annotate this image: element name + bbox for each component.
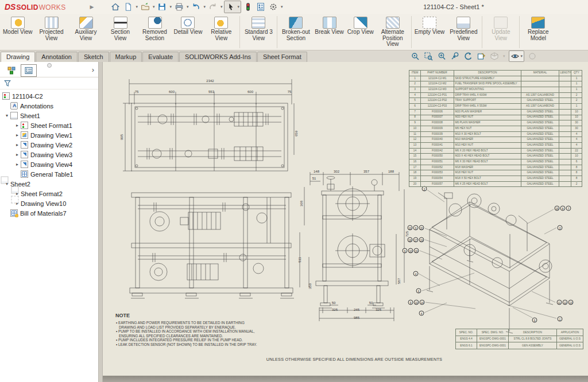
bom-row[interactable]: 8 F000007 M20 HEX NUT GALVANIZED STEEL 1… [409, 115, 582, 120]
expand-arrow[interactable]: ▸ [14, 132, 20, 138]
home-icon[interactable] [110, 1, 121, 13]
ribbon-button[interactable]: Broken-out Section [278, 15, 313, 49]
tree-item-root[interactable]: 121104-C2 [0, 91, 98, 101]
hide-show-items-eye-icon[interactable] [510, 51, 520, 61]
tree-item-drawing-view10[interactable]: ▸ Drawing View10 [0, 198, 98, 208]
bom-row[interactable]: 20 F000057 M6 X 25 HEX HEAD BOLT GALVANI… [409, 181, 582, 187]
panel-splitter[interactable] [99, 62, 103, 382]
command-tab[interactable]: Evaluate [142, 52, 179, 62]
command-tab[interactable]: Drawing [1, 52, 35, 62]
save-icon[interactable] [156, 1, 168, 13]
command-tab[interactable]: SOLIDWORKS Add-Ins [179, 52, 257, 62]
bom-row[interactable]: 12 F000040 M10 WASHER GALVANIZED STEEL 4 [409, 137, 582, 143]
bom-row[interactable]: 6 121104-C2-P03 DRIP TRAY-845L X 553W AS… [409, 104, 582, 110]
document-properties-icon[interactable] [255, 1, 266, 13]
ribbon-button[interactable]: Removed Section [138, 15, 172, 42]
bom-row[interactable]: 4 121104-C2-P01 DRIP TRAY-845L X 600W AS… [409, 92, 582, 98]
options-gear-icon[interactable] [268, 1, 279, 13]
select-dropdown-caret[interactable]: ▾ [237, 5, 239, 9]
display-manager-icon[interactable] [21, 64, 37, 77]
new-dropdown-caret[interactable]: ▾ [136, 5, 138, 9]
spec-table[interactable]: SPEC. NO.SPEC. DWG. NO.DESCRIPTIONAPPLIC… [455, 329, 583, 349]
open-icon[interactable] [140, 1, 151, 13]
ribbon-button[interactable]: Crop View [346, 15, 376, 49]
redo-icon[interactable] [207, 1, 219, 13]
bom-row[interactable]: 1 121104-C2-M1 SKID STRUCTURE ASSEMBLY 1 [409, 76, 582, 81]
zoom-to-fit-icon[interactable] [410, 51, 420, 61]
tree-item-sheet-format1[interactable]: ▸ Sheet Format1 [0, 120, 98, 130]
options-dropdown-caret[interactable]: ▾ [281, 5, 283, 9]
tree-item-sheet1[interactable]: ▾ Sheet1 [0, 111, 98, 120]
feature-manager-tree-icon[interactable] [3, 64, 20, 77]
previous-view-icon[interactable] [463, 51, 473, 61]
ribbon-button[interactable]: Detail View [172, 15, 204, 42]
bom-row[interactable]: 9 F000008 M6 PLAIN WASHER GALVANIZED STE… [409, 120, 582, 126]
expand-arrow[interactable]: ▸ [14, 162, 20, 167]
hide-show-items-caret[interactable]: ▾ [521, 54, 523, 59]
ribbon-button[interactable]: Standard 3 View [241, 15, 276, 42]
undo-icon[interactable] [190, 1, 202, 13]
redo-dropdown-caret[interactable]: ▾ [220, 5, 223, 9]
print-dropdown-caret[interactable]: ▾ [187, 5, 189, 9]
expand-arrow[interactable]: ▾ [4, 113, 10, 118]
tree-item-drawing-view2[interactable]: ▸ Drawing View2 [0, 140, 98, 150]
expand-arrow[interactable]: ▸ [14, 152, 20, 157]
drawing-view-icon [21, 141, 28, 149]
bom-row[interactable]: 14 F000042 M6 X 20 HEX HEAD BOLT GALVANI… [409, 148, 582, 154]
bom-row[interactable]: 5 121104-C2-P02 TRAY SUPPORT GALVANIZED … [409, 98, 582, 104]
bom-row[interactable]: 17 F000052 M18 WASHER GALVANIZED STEEL 8 [409, 165, 582, 170]
bom-row[interactable]: 10 F000009 M6 HEX NUT GALVANIZED STEEL 3… [409, 126, 582, 131]
tree-item-drawing-view1[interactable]: ▸ Drawing View1 [0, 130, 98, 140]
ribbon-button[interactable]: Projected View [34, 15, 69, 42]
select-tool-pressed[interactable]: ▾ [224, 1, 241, 13]
command-tab[interactable]: Sketch [78, 52, 109, 62]
bom-row[interactable]: 19 F000054 M18 X 50 HEX BOLT GALVANIZED … [409, 176, 582, 182]
performance-pipeline-icon[interactable] [242, 1, 254, 13]
tree-item-drawing-view3[interactable]: ▸ Drawing View3 [0, 150, 98, 159]
ribbon-button[interactable]: Relative View [204, 15, 238, 42]
undo-dropdown-caret[interactable]: ▾ [203, 5, 206, 9]
tree-item-drawing-view4[interactable]: ▸ Drawing View4 [0, 159, 98, 169]
ribbon-button[interactable]: Break View [313, 15, 345, 49]
ribbon-button[interactable]: Section View [103, 15, 138, 42]
zoom-to-selection-icon[interactable] [450, 51, 460, 61]
ribbon-button[interactable]: Model View [1, 15, 34, 42]
bom-row[interactable]: 15 F000050 M20 X 40 HEX HEAD BOLT GALVAN… [409, 154, 582, 159]
bom-row[interactable]: 11 F000039 M10 X 30 HEX BOLT GALVANIZED … [409, 131, 582, 137]
open-dropdown-caret[interactable]: ▾ [153, 5, 155, 9]
ribbon-button[interactable]: Empty View [413, 15, 447, 42]
bom-row[interactable]: 16 F000051 M6 X 30 HEX HEAD BOLT GALVANI… [409, 159, 582, 165]
ribbon-button[interactable]: Replace Model [521, 15, 555, 42]
command-tab[interactable]: Annotation [36, 52, 78, 62]
ribbon-button[interactable]: Alternate Position View [376, 15, 410, 49]
zoom-to-area-icon[interactable] [423, 51, 434, 61]
expand-arrow[interactable]: ▸ [14, 142, 20, 147]
logo-flyout-arrow-icon[interactable]: ▶ [90, 4, 94, 10]
bom-row[interactable]: 18 F000053 M18 HEX NUT GALVANIZED STEEL … [409, 170, 582, 176]
drawing-sheet[interactable]: 23427560055360075995659 1483023571885136… [102, 62, 588, 376]
ribbon-button[interactable]: Auxiliary View [69, 15, 103, 42]
bom-row[interactable]: 2 121104-C2-M2 FUEL TRANSFER SKID PIPE S… [409, 81, 582, 87]
bom-header-cell: MATERIAL [521, 71, 559, 76]
tree-item-annotations[interactable]: Annotations [0, 101, 98, 111]
panel-expand-chevron[interactable]: › [92, 67, 94, 73]
zoom-in-out-icon[interactable] [436, 51, 447, 61]
command-tab[interactable]: Markup [110, 52, 142, 62]
tree-item-bill-of-materials7[interactable]: Bill of Materials7 [0, 208, 98, 218]
bom-row[interactable]: 7 F000006 M20 PLAIN WASHER GALVANIZED ST… [409, 109, 582, 115]
tree-item-general-table1[interactable]: General Table1 [0, 169, 98, 179]
tree-filter-bar[interactable] [0, 77, 98, 89]
hide-show-items-pressed[interactable]: ▾ [509, 50, 525, 62]
bom-row[interactable]: 3 121104-C2-M3 SUPPORT MOUNTING 1 [409, 87, 582, 93]
expand-arrow[interactable]: ▸ [14, 123, 20, 128]
bom-row[interactable]: 13 F000041 M10 HEX NUT GALVANIZED STEEL … [409, 142, 582, 148]
spec-header-cell: DESCRIPTION [509, 329, 557, 336]
command-tab[interactable]: Sheet Format [257, 52, 307, 62]
save-dropdown-caret[interactable]: ▾ [169, 5, 172, 9]
select-cursor-icon[interactable] [225, 1, 237, 13]
ribbon-button[interactable]: Predefined View [446, 15, 481, 42]
bom-table[interactable]: ITEMPART NUMBERDESCRIPTIONMATERIALLENGTH… [409, 70, 582, 187]
3d-drawing-view-icon[interactable] [476, 51, 486, 61]
new-document-icon[interactable] [122, 1, 134, 13]
print-icon[interactable] [173, 1, 185, 13]
